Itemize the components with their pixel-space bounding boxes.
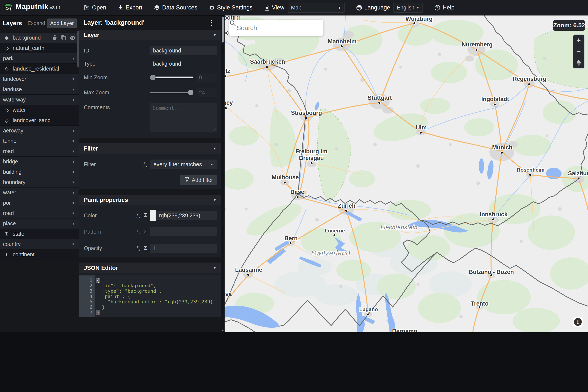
scroll-down-icon[interactable]: ▼ — [221, 329, 225, 332]
top-menu: Open Export Data Sources — [84, 3, 466, 13]
delete-layer-icon[interactable] — [52, 35, 57, 41]
chevron-down-icon[interactable]: ▼ — [72, 180, 75, 184]
json-code-line: "paint": { — [96, 294, 221, 299]
pattern-input[interactable] — [150, 227, 217, 236]
section-paint-header[interactable]: Paint properties ▼ — [79, 194, 221, 205]
expression-icon[interactable]: ƒx — [136, 245, 140, 252]
opacity-input[interactable] — [150, 244, 217, 253]
section-filter-header[interactable]: Filter ▼ — [79, 143, 221, 154]
layer-group-boundary[interactable]: boundary▼ — [0, 177, 79, 188]
style-settings-button[interactable]: Style Settings — [209, 4, 253, 11]
chevron-down-icon[interactable]: ▼ — [72, 139, 75, 143]
json-editor[interactable]: 1234567 { "id": "background", "type": "b… — [79, 276, 221, 318]
layer-item-landuse_residential[interactable]: ◇landuse_residential — [0, 64, 79, 74]
json-line-number: 7 — [79, 310, 95, 315]
expression-icon: ƒx — [136, 228, 140, 235]
map-canvas[interactable] — [225, 16, 588, 332]
layer-editor-panel: Layer: 'background' ⋮ Layer ▼ ID Type ba… — [79, 16, 221, 332]
export-button[interactable]: Export — [118, 4, 142, 11]
visibility-icon[interactable] — [69, 36, 76, 40]
id-input[interactable] — [150, 46, 217, 55]
language-select[interactable]: English ▼ — [393, 3, 423, 13]
section-layer-header[interactable]: Layer ▼ — [79, 30, 221, 40]
chevron-down-icon[interactable]: ▼ — [72, 98, 75, 102]
layers-scrollbar[interactable] — [77, 30, 79, 67]
chevron-down-icon[interactable]: ▼ — [72, 222, 75, 225]
add-layer-button[interactable]: Add Layer — [47, 18, 77, 28]
layer-group-landcover[interactable]: landcover▼ — [0, 74, 79, 84]
max-zoom-slider[interactable] — [150, 88, 193, 97]
chevron-down-icon[interactable]: ▼ — [72, 201, 75, 205]
layer-group-park[interactable]: park▼ — [0, 53, 79, 64]
layer-group-road[interactable]: road▼ — [0, 208, 79, 218]
layer-group-water[interactable]: water▼ — [0, 188, 79, 198]
attribution-info-button[interactable]: i — [573, 317, 583, 327]
min-zoom-slider[interactable] — [150, 73, 193, 82]
layer-label: water — [13, 107, 26, 113]
data-function-icon[interactable]: Σ — [144, 245, 147, 252]
field-comments: Comments — [79, 103, 221, 133]
filter-combinator-select[interactable]: every filter matches ▼ — [150, 160, 217, 169]
section-json-body: 1234567 { "id": "background", "type": "b… — [79, 273, 221, 318]
chevron-down-icon[interactable]: ▼ — [72, 77, 75, 81]
zoom-in-button[interactable]: + — [573, 35, 584, 46]
layer-item-water[interactable]: ◇water — [0, 105, 79, 115]
layer-label: road — [3, 148, 14, 154]
chevron-down-icon[interactable]: ▼ — [72, 88, 75, 91]
section-json-header[interactable]: JSON Editor ▼ — [79, 262, 221, 273]
comments-textarea[interactable] — [150, 103, 217, 132]
layer-group-aeroway[interactable]: aeroway▼ — [0, 126, 79, 136]
chevron-down-icon[interactable]: ▼ — [72, 191, 75, 194]
expression-icon[interactable]: ƒx — [143, 161, 147, 168]
chevron-down-icon[interactable]: ▼ — [72, 150, 75, 153]
duplicate-layer-icon[interactable] — [61, 35, 66, 41]
map-search-box[interactable] — [229, 20, 323, 36]
zoom-controls: + − — [573, 34, 585, 69]
style-settings-icon — [209, 5, 215, 11]
chevron-down-icon[interactable]: ▼ — [72, 211, 75, 215]
json-code[interactable]: { "id": "background", "type": "backgroun… — [95, 276, 221, 318]
layer-item-natural_earth[interactable]: ◇natural_earth — [0, 43, 79, 53]
chevron-down-icon[interactable]: ▼ — [72, 170, 75, 174]
color-swatch[interactable] — [150, 210, 156, 221]
layer-group-bridge[interactable]: bridge▼ — [0, 156, 79, 167]
layer-group-waterway[interactable]: waterway▼ — [0, 94, 79, 105]
max-zoom-value[interactable]: 24 — [196, 88, 217, 97]
scrollbar-thumb[interactable] — [222, 17, 224, 42]
layer-group-country[interactable]: country▼ — [0, 239, 79, 250]
layer-group-landuse[interactable]: landuse▼ — [0, 84, 79, 94]
chevron-down-icon[interactable]: ▼ — [72, 56, 75, 60]
data-sources-button[interactable]: Data Sources — [154, 4, 197, 11]
compass-button[interactable] — [573, 57, 584, 68]
chevron-down-icon[interactable]: ▼ — [72, 242, 75, 246]
map-viewport[interactable]: WürzburgMannheimNurembergSaarbrückenRege… — [225, 16, 588, 332]
color-input[interactable] — [150, 211, 217, 220]
help-button[interactable]: Help — [434, 4, 455, 11]
data-function-icon[interactable]: Σ — [144, 212, 147, 219]
layer-group-poi[interactable]: poi▼ — [0, 198, 79, 208]
diamond-icon: ◇ — [3, 118, 10, 124]
layer-group-tunnel[interactable]: tunnel▼ — [0, 136, 79, 146]
zoom-out-button[interactable]: − — [573, 46, 584, 57]
kebab-menu-icon[interactable]: ⋮ — [206, 19, 217, 26]
layer-item-state[interactable]: Tstate — [0, 229, 79, 239]
view-select[interactable]: Map ▼ — [288, 3, 344, 13]
editor-scrollbar[interactable]: ▲ ▼ — [221, 16, 225, 332]
chevron-down-icon[interactable]: ▼ — [72, 129, 75, 132]
add-filter-button[interactable]: Add filter — [180, 175, 217, 185]
search-input[interactable] — [237, 24, 319, 32]
min-zoom-value[interactable]: 0 — [196, 73, 217, 82]
expression-icon[interactable]: ƒx — [136, 212, 140, 219]
layer-item-landcover_sand[interactable]: ◇landcover_sand — [0, 115, 79, 126]
chevron-down-icon[interactable]: ▼ — [72, 160, 75, 164]
layer-group-building[interactable]: building▼ — [0, 167, 79, 177]
layer-item-background[interactable]: ◆background — [0, 33, 79, 43]
layer-group-road[interactable]: road▼ — [0, 146, 79, 156]
expand-button[interactable]: Expand — [25, 18, 47, 28]
layer-label: place — [3, 220, 16, 227]
layer-group-place[interactable]: place▼ — [0, 218, 79, 229]
layers-panel-header: Layers Expand Add Layer — [0, 16, 79, 31]
layer-item-continent[interactable]: Tcontinent — [0, 250, 79, 260]
open-button[interactable]: Open — [84, 4, 106, 11]
layer-label: waterway — [3, 96, 26, 103]
